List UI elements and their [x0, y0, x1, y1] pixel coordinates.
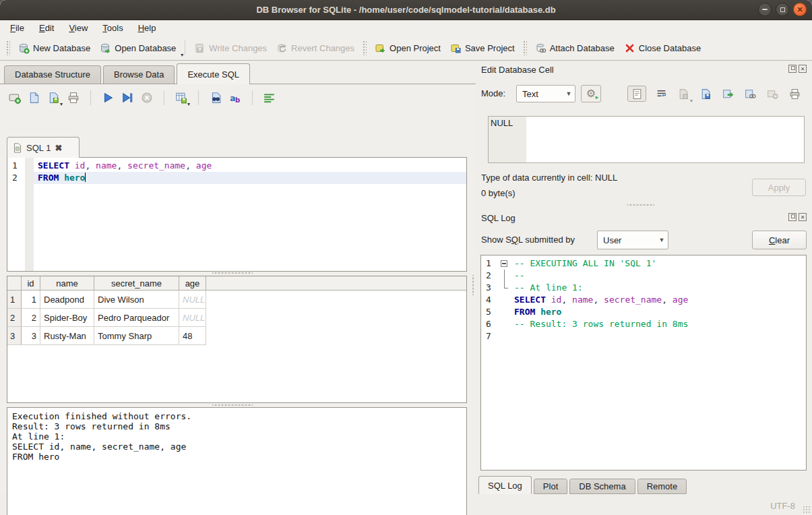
open-project-button[interactable]: Open Project: [370, 40, 445, 57]
attach-database-icon: [535, 42, 546, 54]
text-mode-button[interactable]: [627, 86, 646, 102]
close-sql-tab-icon[interactable]: ✖: [55, 143, 62, 153]
sql-file-tab[interactable]: SQL 1 ✖: [7, 137, 80, 158]
sql-editor[interactable]: 1SELECT id, name, secret_name, age2FROM …: [7, 157, 467, 272]
save-results-button[interactable]: [175, 91, 188, 104]
print-cell-button[interactable]: [787, 86, 802, 102]
app-window: DB Browser for SQLite - /home/user/code/…: [0, 0, 812, 515]
tab-db-schema[interactable]: DB Schema: [569, 479, 635, 494]
titlebar[interactable]: DB Browser for SQLite - /home/user/code/…: [0, 0, 812, 20]
table-cell[interactable]: Spider-Boy: [40, 309, 94, 326]
menu-edit[interactable]: Edit: [32, 22, 61, 34]
table-cell[interactable]: 48: [179, 327, 206, 344]
open-database-label: Open Database: [115, 43, 176, 53]
tab-database-structure[interactable]: Database Structure: [4, 65, 101, 84]
tab-sql-log[interactable]: SQL Log: [478, 476, 532, 494]
table-cell[interactable]: Tommy Sharp: [94, 327, 179, 344]
encoding-indicator: UTF-8: [770, 501, 795, 511]
table-cell[interactable]: Pedro Parqueador: [94, 309, 179, 326]
sql-toolbar: ab: [8, 89, 276, 107]
close-panel-icon[interactable]: ✕: [799, 213, 807, 221]
float-panel-icon[interactable]: [788, 213, 797, 221]
column-header[interactable]: name: [40, 276, 94, 290]
menu-tools[interactable]: Tools: [95, 22, 130, 34]
auto-switch-mode-button[interactable]: ⚙: [581, 85, 601, 102]
cell-value-editor[interactable]: NULL: [488, 116, 805, 163]
menu-view[interactable]: View: [61, 22, 95, 34]
table-cell[interactable]: NULL: [179, 291, 206, 308]
print-sql-button[interactable]: [67, 91, 80, 104]
auto-format-button[interactable]: ab: [228, 91, 242, 104]
attach-database-button[interactable]: Attach Database: [530, 40, 619, 57]
message-line: Result: 3 rows returned in 8ms: [12, 421, 462, 431]
maximize-button[interactable]: [776, 3, 789, 16]
row-number[interactable]: 3: [7, 327, 22, 344]
message-line: SELECT id, name, secret_name, age: [12, 442, 462, 452]
table-cell[interactable]: Deadpond: [40, 291, 94, 308]
code-line: 2FROM hero: [7, 172, 466, 184]
dock-splitter[interactable]: [627, 203, 654, 207]
save-project-button[interactable]: Save Project: [445, 40, 520, 57]
menu-file[interactable]: File: [3, 22, 32, 34]
open-sql-tab-button[interactable]: [8, 91, 22, 104]
tab-plot[interactable]: Plot: [534, 479, 567, 494]
code-line: 5FROM hero: [481, 306, 806, 318]
toolbar-drag-handle[interactable]: [6, 40, 10, 55]
word-wrap-button[interactable]: [263, 91, 276, 104]
close-panel-icon[interactable]: ✕: [799, 65, 807, 73]
word-wrap-cell-button[interactable]: [654, 86, 668, 102]
table-cell[interactable]: Rusty-Man: [40, 327, 94, 344]
mode-label: Mode:: [481, 88, 505, 98]
sql-toolbar-separator: [252, 90, 253, 105]
save-sql-file-button[interactable]: [47, 91, 61, 104]
clear-log-button[interactable]: Clear: [752, 231, 807, 249]
table-row[interactable]: 33Rusty-ManTommy Sharp48: [7, 327, 206, 345]
open-in-external-app-button[interactable]: [743, 86, 757, 102]
apply-button: Apply: [752, 179, 806, 196]
submitted-by-select[interactable]: User ▼: [597, 231, 668, 249]
column-header[interactable]: secret_name: [94, 276, 179, 290]
float-panel-icon[interactable]: [788, 65, 797, 73]
edit-cell-panel-title: Edit Database Cell: [481, 65, 554, 75]
table-cell[interactable]: 1: [22, 291, 40, 308]
minimize-button[interactable]: [758, 3, 772, 16]
table-cell[interactable]: NULL: [179, 309, 206, 326]
table-cell[interactable]: 3: [22, 327, 40, 344]
code-line: 1-- EXECUTING ALL IN 'SQL 1': [481, 258, 806, 270]
mode-select[interactable]: Text ▼: [516, 85, 575, 102]
editor-results-splitter[interactable]: [212, 271, 253, 275]
table-cell[interactable]: 2: [22, 309, 40, 326]
import-cell-data-button[interactable]: [698, 86, 713, 102]
resize-grip[interactable]: [803, 506, 811, 514]
menu-help[interactable]: Help: [131, 22, 164, 34]
results-grid[interactable]: idnamesecret_nameage11DeadpondDive Wilso…: [7, 276, 467, 403]
column-header[interactable]: id: [22, 276, 40, 290]
table-cell[interactable]: Dive Wilson: [94, 291, 179, 308]
pane-splitter[interactable]: [471, 275, 475, 295]
find-replace-button[interactable]: [209, 91, 222, 104]
table-row[interactable]: 22Spider-BoyPedro ParqueadorNULL: [7, 309, 206, 327]
tab-execute-sql[interactable]: Execute SQL: [177, 63, 250, 84]
sql-toolbar-separator: [90, 90, 91, 105]
column-header[interactable]: age: [179, 276, 206, 290]
close-database-button[interactable]: Close Database: [619, 40, 706, 57]
sql-log-view[interactable]: 1-- EXECUTING ALL IN 'SQL 1'2--3-- At li…: [480, 255, 807, 471]
row-number[interactable]: 1: [7, 291, 22, 308]
main-toolbar: New Database Open Database Write Changes…: [0, 36, 812, 61]
close-button[interactable]: ✕: [793, 3, 807, 16]
tab-browse-data[interactable]: Browse Data: [103, 65, 175, 84]
table-row[interactable]: 11DeadpondDive WilsonNULL: [7, 291, 206, 309]
attach-database-label: Attach Database: [550, 43, 615, 53]
execution-message-box[interactable]: Execution finished without errors.Result…: [7, 407, 467, 515]
toolbar-drag-handle[interactable]: [523, 40, 527, 55]
execute-all-button[interactable]: [101, 91, 115, 104]
open-sql-file-button[interactable]: [28, 91, 41, 104]
open-database-button[interactable]: Open Database: [95, 40, 181, 57]
toolbar-drag-handle[interactable]: [363, 40, 367, 55]
execute-current-line-button[interactable]: [121, 91, 134, 104]
row-number[interactable]: 2: [7, 309, 22, 326]
tab-remote[interactable]: Remote: [637, 479, 687, 494]
revert-changes-label: Revert Changes: [291, 43, 354, 53]
new-database-button[interactable]: New Database: [13, 40, 95, 57]
export-cell-data-button[interactable]: [720, 86, 735, 102]
